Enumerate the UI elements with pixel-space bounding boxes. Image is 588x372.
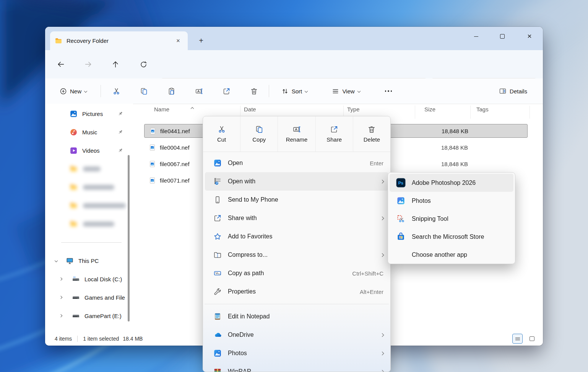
minimize-button[interactable] <box>467 27 485 46</box>
open-with-icon <box>213 177 222 186</box>
nef-file-icon <box>149 177 156 184</box>
menu-item-compress-to[interactable]: Compress to... <box>203 246 390 264</box>
menu-item-shortcut: Alt+Enter <box>360 289 383 295</box>
nef-file-icon <box>149 127 156 135</box>
column-divider[interactable] <box>530 106 530 119</box>
submenu-item-label: Photos <box>412 197 431 204</box>
menu-item-winrar[interactable]: WinRAR <box>203 362 390 372</box>
column-divider[interactable] <box>415 106 415 119</box>
menu-item-label: Send to My Phone <box>228 196 278 203</box>
rename-quick-button[interactable]: Rename <box>278 116 315 152</box>
sidebar-item-blurred-folder[interactable] <box>47 215 132 233</box>
copy-button[interactable] <box>136 83 151 99</box>
navigation-pane: Pictures Music Videos <box>45 104 133 332</box>
menu-item-label: Share with <box>228 215 257 222</box>
copy-quick-button[interactable]: Copy <box>240 116 278 152</box>
pin-icon <box>118 148 123 153</box>
file-name: file0071.nef <box>160 177 190 184</box>
column-header-tags[interactable]: Tags <box>476 106 489 113</box>
delete-quick-button[interactable]: Delete <box>353 116 390 152</box>
delete-button[interactable] <box>247 83 261 99</box>
new-button[interactable]: New <box>55 83 92 99</box>
pin-icon <box>118 111 123 116</box>
forward-button[interactable] <box>81 57 95 71</box>
refresh-button[interactable] <box>136 57 150 71</box>
menu-item-label: Edit in Notepad <box>228 313 270 320</box>
folder-icon <box>70 183 78 191</box>
copy-as-path-icon <box>213 269 222 277</box>
column-header-name[interactable]: Name <box>154 106 169 113</box>
menu-item-open[interactable]: Open Enter <box>203 154 390 172</box>
submenu-item-snipping-tool[interactable]: Snipping Tool <box>388 210 515 228</box>
file-size: 18,848 KB <box>412 144 468 151</box>
quick-actions-bar: Cut Copy Rename Share Delete <box>203 116 390 152</box>
new-tab-button[interactable]: + <box>196 35 206 46</box>
desktop: Recovery Folder ✕ + ✕ <box>0 0 588 372</box>
share-button[interactable] <box>219 83 234 99</box>
menu-item-onedrive[interactable]: OneDrive <box>203 326 390 344</box>
close-button[interactable]: ✕ <box>521 27 538 46</box>
sidebar-item-blurred-folder[interactable] <box>47 196 132 215</box>
pin-icon <box>118 129 123 135</box>
view-button[interactable]: View <box>327 83 365 99</box>
sidebar-item-pictures[interactable]: Pictures <box>47 104 132 123</box>
cut-quick-button[interactable]: Cut <box>203 116 240 152</box>
zip-folder-icon <box>213 251 222 259</box>
paste-button[interactable] <box>164 83 179 99</box>
sidebar-item-this-pc[interactable]: This PC <box>47 251 132 270</box>
menu-item-label: Open <box>228 160 243 166</box>
back-button[interactable] <box>54 57 68 71</box>
sidebar-item-gamepart-e[interactable]: GamePart (E:) <box>47 307 132 325</box>
menu-item-add-to-favorites[interactable]: Add to Favorites <box>203 227 390 246</box>
nef-file-icon <box>149 160 156 168</box>
sidebar-item-blurred-folder[interactable] <box>47 178 132 196</box>
tab-close-icon[interactable]: ✕ <box>173 36 183 46</box>
column-header-size[interactable]: Size <box>424 106 435 113</box>
sidebar-item-label: GamePart (E:) <box>84 313 122 319</box>
submenu-item-choose-another-app[interactable]: Choose another app <box>388 246 515 264</box>
sidebar-item-games-drive[interactable]: Games and File <box>47 288 132 307</box>
wrench-icon <box>213 287 222 296</box>
submenu-item-photoshop[interactable]: Ps Adobe Photoshop 2026 <box>390 174 513 192</box>
menu-item-shortcut: Ctrl+Shift+C <box>352 270 383 277</box>
explorer-tab[interactable]: Recovery Folder ✕ <box>50 31 188 50</box>
sort-button-label: Sort <box>292 88 302 95</box>
sidebar-item-videos[interactable]: Videos <box>47 141 132 160</box>
menu-item-open-with[interactable]: Open with <box>205 172 388 191</box>
large-icons-view-toggle[interactable] <box>527 334 537 344</box>
details-pane-button[interactable]: Details <box>493 83 533 99</box>
submenu-item-photos[interactable]: Photos <box>388 192 515 210</box>
see-more-button[interactable] <box>381 83 396 99</box>
menu-item-send-to-my-phone[interactable]: Send to My Phone <box>203 191 390 209</box>
column-divider[interactable] <box>470 106 471 119</box>
pictures-icon <box>70 110 78 118</box>
sidebar-item-local-disk-c[interactable]: Local Disk (C:) <box>47 270 132 288</box>
cut-button[interactable] <box>109 83 123 99</box>
up-button[interactable] <box>109 57 122 71</box>
sidebar-item-music[interactable]: Music <box>47 123 132 141</box>
maximize-button[interactable] <box>494 27 511 46</box>
menu-item-copy-as-path[interactable]: Copy as path Ctrl+Shift+C <box>203 264 390 282</box>
chevron-down-icon <box>84 90 87 93</box>
details-view-toggle[interactable] <box>512 334 523 344</box>
submenu-item-microsoft-store[interactable]: Search the Microsoft Store <box>388 228 515 246</box>
menu-item-edit-in-notepad[interactable]: Edit in Notepad <box>203 307 390 326</box>
menu-item-label: Photos <box>228 350 247 357</box>
file-size: 18,848 KB <box>413 128 468 134</box>
share-quick-button[interactable]: Share <box>316 116 353 152</box>
sort-button[interactable]: Sort <box>276 83 313 99</box>
share-icon <box>330 125 338 134</box>
submenu-chevron-icon <box>380 333 384 337</box>
column-header-type[interactable]: Type <box>347 106 360 113</box>
view-button-label: View <box>342 88 354 95</box>
file-name: file0004.nef <box>160 144 190 151</box>
menu-item-share-with[interactable]: Share with <box>203 209 390 227</box>
menu-item-properties[interactable]: Properties Alt+Enter <box>203 282 390 301</box>
drive-c-icon <box>72 275 80 283</box>
sidebar-scrollbar[interactable] <box>128 155 130 321</box>
rename-button[interactable] <box>192 83 206 99</box>
column-header-date[interactable]: Date <box>244 106 256 113</box>
sidebar-item-blurred-folder[interactable] <box>47 160 132 178</box>
sort-ascending-icon <box>191 104 193 111</box>
menu-item-photos[interactable]: Photos <box>203 344 390 362</box>
